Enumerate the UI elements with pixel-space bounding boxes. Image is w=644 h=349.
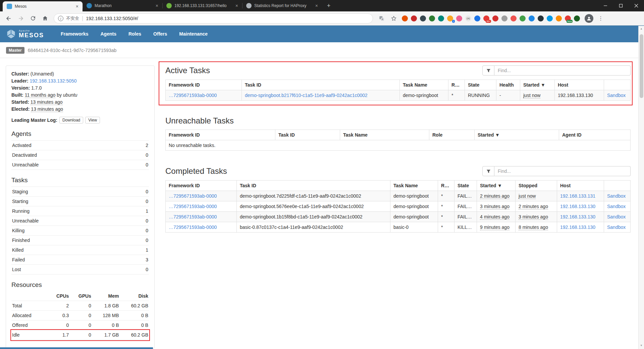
filter-icon[interactable] <box>482 65 494 76</box>
col-started[interactable]: Started ▼ <box>520 80 555 90</box>
sandbox-link[interactable]: Sandbox <box>607 225 626 230</box>
framework-link[interactable]: …7295671593ab-0000 <box>169 93 217 98</box>
extension-icon-5[interactable] <box>438 15 444 21</box>
col-host[interactable]: Host <box>557 181 604 191</box>
nav-item-agents[interactable]: Agents <box>96 31 121 37</box>
profile-avatar[interactable] <box>585 14 593 23</box>
tab-haproxy-stats[interactable]: Statistics Report for HAProxy × <box>242 0 322 11</box>
active-find-input[interactable] <box>494 65 631 76</box>
tab-marathon[interactable]: Marathon × <box>83 0 162 11</box>
host-link[interactable]: 192.168.133.130 <box>560 225 595 230</box>
extension-icon-7[interactable] <box>456 15 462 21</box>
scroll-up-icon[interactable]: ▲ <box>640 26 643 32</box>
new-tab-button[interactable]: + <box>324 1 333 10</box>
nav-item-roles[interactable]: Roles <box>124 31 146 37</box>
framework-link[interactable]: …7295671593ab-0000 <box>169 214 217 219</box>
page-info-icon[interactable]: i <box>58 16 63 21</box>
extension-icon-16[interactable] <box>538 15 544 21</box>
home-icon[interactable] <box>40 13 50 24</box>
close-window-button[interactable] <box>629 0 644 11</box>
extension-icon-17[interactable] <box>547 15 553 21</box>
nav-item-offers[interactable]: Offers <box>149 31 172 37</box>
minimize-button[interactable] <box>598 0 613 11</box>
extension-icon-15[interactable] <box>529 15 535 21</box>
col-task-name[interactable]: Task Name <box>340 130 429 140</box>
task-started: 9 minutes ago <box>480 225 509 230</box>
extension-icon-20[interactable] <box>574 15 580 21</box>
extension-icon-1[interactable] <box>402 15 408 21</box>
col-agent-id[interactable]: Agent ID <box>559 130 631 140</box>
tab-mesos[interactable]: Mesos × <box>3 1 83 11</box>
col-task-name[interactable]: Task Name <box>400 80 448 90</box>
extension-icon-13[interactable] <box>511 15 517 21</box>
maximize-button[interactable] <box>613 0 629 11</box>
extension-icon-2[interactable] <box>411 15 417 21</box>
tab-close-icon[interactable]: × <box>314 3 319 9</box>
browser-menu-icon[interactable]: ⋮ <box>597 14 605 22</box>
extension-icon-12[interactable] <box>501 15 507 21</box>
back-icon[interactable] <box>3 13 14 24</box>
col-framework-id[interactable]: Framework ID <box>166 80 242 90</box>
extension-icon-11[interactable] <box>492 15 498 21</box>
mesos-logo[interactable]: Apache MESOS <box>6 29 44 39</box>
col-task-name[interactable]: Task Name <box>390 181 438 191</box>
framework-link[interactable]: …7295671593ab-0000 <box>169 204 217 209</box>
extension-icon-9[interactable] <box>474 15 480 21</box>
tab-close-icon[interactable]: × <box>154 3 160 9</box>
log-view-button[interactable]: View <box>85 117 100 123</box>
framework-link[interactable]: …7295671593ab-0000 <box>169 193 217 199</box>
filter-icon[interactable] <box>482 166 494 176</box>
extension-icon-10[interactable]: 99+ <box>483 15 489 21</box>
bookmark-star-icon[interactable] <box>388 13 399 24</box>
vertical-scrollbar[interactable]: ▲ ▼ <box>638 26 644 349</box>
col-started[interactable]: Started ▼ <box>475 130 559 140</box>
tab-hello-app[interactable]: 192.168.133.131:31657/hello × <box>162 0 242 11</box>
translate-icon[interactable]: A <box>376 13 387 24</box>
framework-link[interactable]: …7295671593ab-0000 <box>169 225 217 230</box>
log-download-button[interactable]: Download <box>59 117 83 123</box>
active-find-group <box>482 65 631 76</box>
host-link[interactable]: 192.168.133.131 <box>560 193 595 199</box>
address-bar[interactable]: i 不安全 | 192.168.133.132:5050/#/ <box>54 13 373 23</box>
col-framework-id[interactable]: Framework ID <box>166 130 275 140</box>
col-task-id[interactable]: Task ID <box>242 80 400 90</box>
scroll-down-icon[interactable]: ▼ <box>640 343 643 348</box>
col-state[interactable]: State <box>465 80 496 90</box>
completed-find-input[interactable] <box>494 166 631 176</box>
scrollbar-thumb[interactable] <box>640 34 643 98</box>
extension-icon-8[interactable]: (a) <box>465 15 471 21</box>
resources-row-idle-annotated: Idle1.701.7 GB60.2 GB <box>11 330 149 340</box>
col-state[interactable]: State <box>454 181 477 191</box>
col-sandbox <box>604 80 631 90</box>
col-task-id[interactable]: Task ID <box>275 130 340 140</box>
col-started[interactable]: Started ▼ <box>477 181 516 191</box>
col-task-id[interactable]: Task ID <box>237 181 390 191</box>
tab-close-icon[interactable]: × <box>74 3 80 9</box>
nav-item-maintenance[interactable]: Maintenance <box>174 31 212 37</box>
sandbox-link[interactable]: Sandbox <box>607 204 626 209</box>
sandbox-link[interactable]: Sandbox <box>607 93 626 98</box>
forward-icon[interactable] <box>15 13 26 24</box>
col-role[interactable]: Role <box>438 181 454 191</box>
sandbox-link[interactable]: Sandbox <box>607 214 626 219</box>
col-stopped[interactable]: Stopped <box>516 181 557 191</box>
extension-icon-6[interactable]: 1 <box>447 15 453 21</box>
col-host[interactable]: Host <box>555 80 604 90</box>
host-link[interactable]: 192.168.133.130 <box>560 214 595 219</box>
col-framework-id[interactable]: Framework ID <box>166 181 237 191</box>
col-role[interactable]: Role <box>429 130 475 140</box>
task-id-link[interactable]: demo-springboot.b217f610-c1a5-11e9-aaf9-… <box>245 93 368 98</box>
col-health[interactable]: Health <box>496 80 520 90</box>
extension-icon-19[interactable]: New <box>565 15 571 21</box>
host-link[interactable]: 192.168.133.130 <box>560 204 595 209</box>
reload-icon[interactable] <box>28 13 38 24</box>
extension-icon-3[interactable] <box>420 15 426 21</box>
sandbox-link[interactable]: Sandbox <box>607 193 626 199</box>
col-role[interactable]: Role <box>448 80 465 90</box>
leader-link[interactable]: 192.168.133.132:5050 <box>30 78 76 84</box>
nav-item-frameworks[interactable]: Frameworks <box>56 31 93 37</box>
extension-icon-18[interactable] <box>556 15 562 21</box>
tab-close-icon[interactable]: × <box>234 3 239 9</box>
extension-icon-4[interactable] <box>429 15 435 21</box>
extension-icon-14[interactable] <box>520 15 526 21</box>
